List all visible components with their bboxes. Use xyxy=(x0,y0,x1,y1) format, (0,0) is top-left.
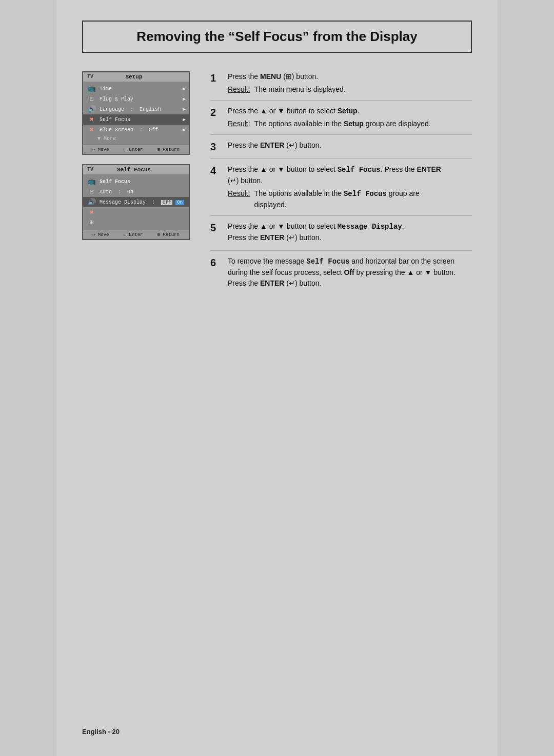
step-4: 4 Press the ▲ or ▼ button to select Self… xyxy=(210,164,472,216)
step-3-number: 3 xyxy=(210,140,221,153)
step-4-result: Result: The options available in the Sel… xyxy=(228,188,472,210)
menu-row-icon1: ✖ xyxy=(83,207,189,217)
footer-enter-2: ↵ Enter xyxy=(124,232,143,237)
step-1-content: Press the MENU (⊞) button. Result: The m… xyxy=(228,71,472,95)
x-icon: ✖ xyxy=(86,115,97,124)
bluescreen-icon: ✖ xyxy=(86,126,97,134)
footer-move: ⇔ Move xyxy=(92,147,109,152)
setup-menu-title: Setup xyxy=(93,74,174,80)
page-footer: English - 20 xyxy=(82,728,120,735)
on-badge: On xyxy=(175,200,184,205)
menu-row-selffocus: ✖ Self Focus ▶ xyxy=(83,114,189,125)
footer-return-2: ⊞ Return xyxy=(157,232,180,237)
setup-menu-footer: ⇔ Move ↵ Enter ⊞ Return xyxy=(83,145,189,154)
menu-row-icon2: ⊞ xyxy=(83,217,189,228)
page-number: English - 20 xyxy=(82,728,120,735)
setup-menu-header: TV Setup xyxy=(83,72,189,82)
step-6: 6 To remove the message Self Focus and h… xyxy=(210,256,472,296)
menu-row-bluescreen: ✖ Blue Screen : Off ▶ xyxy=(83,125,189,135)
step-2-number: 2 xyxy=(210,106,221,129)
content-area: TV Setup 📺 Time ▶ ⊟ Plug & Play ▶ xyxy=(82,71,472,301)
step-4-number: 4 xyxy=(210,164,221,210)
step-2-content: Press the ▲ or ▼ button to select Setup.… xyxy=(228,106,472,129)
tv-icon: 📺 xyxy=(86,85,97,93)
remote-icon: ⊞ xyxy=(86,218,97,227)
footer-return: ⊞ Return xyxy=(157,147,180,152)
step-2: 2 Press the ▲ or ▼ button to select Setu… xyxy=(210,106,472,135)
footer-move-2: ⇔ Move xyxy=(92,232,109,237)
step-4-content: Press the ▲ or ▼ button to select Self F… xyxy=(228,164,472,210)
step-2-result: Result: The options available in the Set… xyxy=(228,118,472,129)
left-column: TV Setup 📺 Time ▶ ⊟ Plug & Play ▶ xyxy=(82,71,195,240)
selffocus-menu-body: 📺 Self Focus ⊟ Auto : On 🔊 Message Displ… xyxy=(83,174,189,230)
selffocus-menu-title: Self Focus xyxy=(93,167,174,173)
step-5-text: Press the ▲ or ▼ button to select Messag… xyxy=(228,221,472,243)
result-text-1: The main menu is displayed. xyxy=(254,84,346,95)
step-1-text: Press the MENU (⊞) button. xyxy=(228,71,472,82)
footer-enter: ↵ Enter xyxy=(124,147,143,152)
page: Removing the “Self Focus” from the Displ… xyxy=(56,0,498,756)
step-1-number: 1 xyxy=(210,71,221,95)
setup-menu-body: 📺 Time ▶ ⊟ Plug & Play ▶ 🔊 Language : En… xyxy=(83,82,189,145)
step-1: 1 Press the MENU (⊞) button. Result: The… xyxy=(210,71,472,101)
selffocus-menu-footer: ⇔ Move ↵ Enter ⊞ Return xyxy=(83,230,189,239)
step-2-text: Press the ▲ or ▼ button to select Setup. xyxy=(228,106,472,116)
result-label-1: Result: xyxy=(228,84,250,95)
x-icon-2: ✖ xyxy=(86,208,97,216)
tv-label-1: TV xyxy=(87,74,93,80)
step-5-number: 5 xyxy=(210,221,221,245)
plug-icon-2: ⊟ xyxy=(86,188,97,196)
menu-row-msgdisplay: 🔊 Message Display : Off On xyxy=(83,197,189,207)
result-label-4: Result: xyxy=(228,188,250,210)
step-5: 5 Press the ▲ or ▼ button to select Mess… xyxy=(210,221,472,251)
step-1-result: Result: The main menu is displayed. xyxy=(228,84,472,95)
menu-row-language: 🔊 Language : English ▶ xyxy=(83,104,189,114)
step-6-number: 6 xyxy=(210,256,221,291)
step-5-content: Press the ▲ or ▼ button to select Messag… xyxy=(228,221,472,245)
selffocus-menu: TV Self Focus 📺 Self Focus ⊟ Auto : On xyxy=(82,164,190,240)
title-box: Removing the “Self Focus” from the Displ… xyxy=(82,21,472,53)
plug-icon: ⊟ xyxy=(86,95,97,103)
menu-row-more: ▼ More xyxy=(83,135,189,143)
result-text-2: The options available in the Setup group… xyxy=(254,118,431,129)
selffocus-menu-header: TV Self Focus xyxy=(83,165,189,174)
menu-row-sf-title: 📺 Self Focus xyxy=(83,176,189,187)
step-3-text: Press the ENTER (↵) button. xyxy=(228,140,472,151)
step-3: 3 Press the ENTER (↵) button. xyxy=(210,140,472,159)
menu-row-plug: ⊟ Plug & Play ▶ xyxy=(83,94,189,104)
speaker-icon-2: 🔊 xyxy=(86,198,97,206)
result-label-2: Result: xyxy=(228,118,250,129)
step-6-content: To remove the message Self Focus and hor… xyxy=(228,256,472,291)
right-column: 1 Press the MENU (⊞) button. Result: The… xyxy=(210,71,472,301)
tv-icon-2: 📺 xyxy=(86,177,97,186)
result-text-4: The options available in the Self Focus … xyxy=(254,188,420,210)
menu-row-auto: ⊟ Auto : On xyxy=(83,187,189,197)
step-6-text: To remove the message Self Focus and hor… xyxy=(228,256,472,289)
page-title: Removing the “Self Focus” from the Displ… xyxy=(93,29,461,45)
step-3-content: Press the ENTER (↵) button. xyxy=(228,140,472,153)
setup-menu: TV Setup 📺 Time ▶ ⊟ Plug & Play ▶ xyxy=(82,71,190,155)
step-4-text: Press the ▲ or ▼ button to select Self F… xyxy=(228,164,472,186)
menu-row-time: 📺 Time ▶ xyxy=(83,84,189,94)
off-badge: Off xyxy=(161,200,172,205)
tv-label-2: TV xyxy=(87,167,93,173)
speaker-icon: 🔊 xyxy=(86,105,97,113)
